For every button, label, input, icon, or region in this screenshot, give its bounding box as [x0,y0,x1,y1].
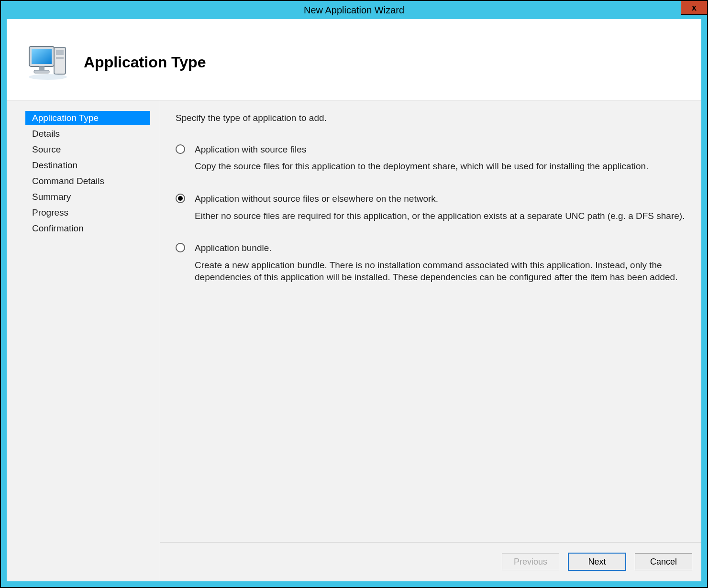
radio-icon [176,194,185,203]
button-label: Previous [514,557,547,567]
option-without-source-files[interactable]: Application without source files or else… [176,193,686,205]
window-chrome: Application Type Application Type Detail… [1,19,707,587]
close-icon: x [692,3,697,13]
option-description: Copy the source files for this applicati… [195,160,686,173]
title-bar: New Application Wizard x [1,1,707,19]
previous-button: Previous [502,553,559,570]
close-button[interactable]: x [681,1,707,15]
steps-list: Application Type Details Source Destinat… [7,111,160,236]
step-label: Summary [32,192,71,202]
svg-rect-6 [39,66,44,70]
step-confirmation[interactable]: Confirmation [25,221,150,236]
button-label: Cancel [650,557,677,567]
step-source[interactable]: Source [25,142,150,157]
svg-rect-7 [34,70,49,73]
option-label: Application without source files or else… [195,193,686,205]
button-label: Next [588,557,606,567]
radio-icon [176,243,185,252]
option-with-source-files[interactable]: Application with source files [176,143,686,156]
svg-rect-2 [56,57,64,59]
option-label: Application with source files [195,143,686,156]
content-main: Specify the type of application to add. … [160,100,701,542]
radio-without-source-files[interactable] [176,193,195,203]
next-button[interactable]: Next [568,553,626,571]
wizard-content: Specify the type of application to add. … [160,100,701,581]
wizard-header: Application Type [7,20,701,100]
step-destination[interactable]: Destination [25,158,150,173]
wizard-window: New Application Wizard x [0,0,708,588]
step-label: Command Details [32,176,104,186]
option-bundle[interactable]: Application bundle. [176,242,686,254]
wizard-icon [22,44,74,81]
wizard-steps-sidebar: Application Type Details Source Destinat… [7,100,160,581]
step-label: Source [32,144,61,154]
radio-with-source-files[interactable] [176,143,195,154]
page-title: Application Type [84,54,206,71]
window-client-area: Application Type Application Type Detail… [7,19,701,581]
option-description: Either no source files are required for … [195,210,686,222]
option-label: Application bundle. [195,242,686,254]
cancel-button[interactable]: Cancel [635,553,692,570]
window-title: New Application Wizard [1,5,707,16]
instruction-text: Specify the type of application to add. [176,112,686,124]
step-label: Confirmation [32,223,84,233]
svg-rect-1 [56,50,64,55]
step-command-details[interactable]: Command Details [25,174,150,188]
wizard-footer: Previous Next Cancel [160,542,701,581]
step-label: Details [32,129,60,139]
step-application-type[interactable]: Application Type [25,111,150,125]
radio-icon [176,144,185,154]
step-label: Destination [32,160,77,170]
svg-point-8 [29,74,67,80]
option-description: Create a new application bundle. There i… [195,259,686,283]
step-label: Application Type [32,113,99,123]
radio-bundle[interactable] [176,242,195,252]
step-summary[interactable]: Summary [25,190,150,204]
step-details[interactable]: Details [25,127,150,141]
svg-rect-5 [32,49,52,64]
step-label: Progress [32,207,68,218]
step-progress[interactable]: Progress [25,206,150,220]
wizard-body: Application Type Details Source Destinat… [7,100,701,581]
